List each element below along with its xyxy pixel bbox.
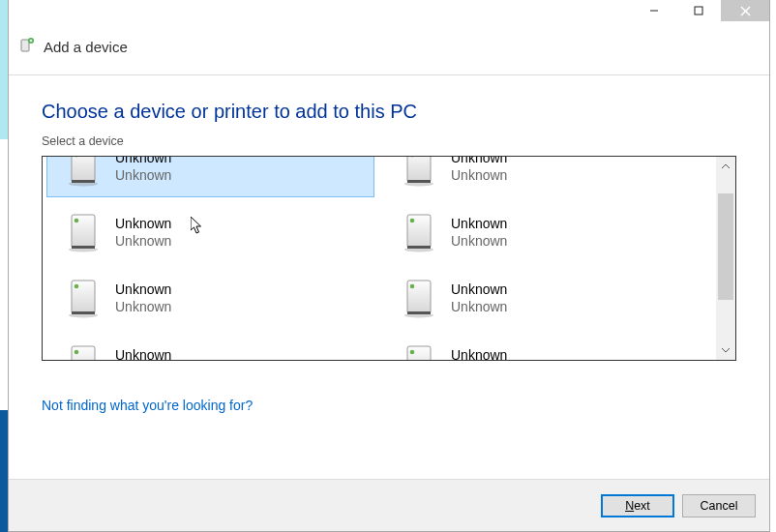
titlebar xyxy=(9,0,769,29)
page-heading: Choose a device or printer to add to thi… xyxy=(42,101,736,123)
close-button[interactable] xyxy=(721,0,769,21)
svg-rect-1 xyxy=(695,7,702,15)
device-type: Unknown xyxy=(451,298,507,315)
device-type: Unknown xyxy=(451,232,507,250)
device-item[interactable]: Unknown Unknown xyxy=(382,267,710,329)
cancel-button[interactable]: Cancel xyxy=(682,494,756,517)
footer: Next Cancel xyxy=(9,479,769,531)
window-title: Add a device xyxy=(44,39,128,55)
device-icon xyxy=(63,277,105,319)
device-icon xyxy=(399,156,441,188)
svg-point-29 xyxy=(410,284,415,289)
device-item[interactable]: Unknown Unknown xyxy=(46,333,374,361)
device-icon xyxy=(63,342,105,361)
device-text: Unknown Unknown xyxy=(115,281,171,315)
svg-point-25 xyxy=(75,284,79,289)
svg-point-21 xyxy=(410,219,415,223)
scroll-thumb[interactable] xyxy=(718,193,733,300)
device-text: Unknown Unknown xyxy=(451,281,507,315)
device-text: Unknown Unknown xyxy=(451,156,507,184)
minimize-button[interactable] xyxy=(632,0,676,21)
device-name: Unknown xyxy=(115,215,171,232)
device-name: Unknown xyxy=(451,215,507,232)
content-area: Choose a device or printer to add to thi… xyxy=(9,75,769,413)
svg-rect-19 xyxy=(72,246,95,249)
device-type: Unknown xyxy=(115,298,171,315)
window-header: Add a device xyxy=(9,29,769,75)
svg-point-33 xyxy=(75,350,79,355)
device-item[interactable]: Unknown Unknown xyxy=(46,267,374,329)
page-subheading: Select a device xyxy=(42,134,736,148)
maximize-button[interactable] xyxy=(676,0,721,21)
device-name: Unknown xyxy=(451,346,507,361)
device-name: Unknown xyxy=(451,156,507,166)
scroll-up-arrow[interactable] xyxy=(716,157,735,176)
device-icon xyxy=(399,342,441,361)
device-name: Unknown xyxy=(115,346,171,361)
svg-rect-31 xyxy=(407,311,431,314)
device-text: Unknown Unknown xyxy=(115,346,171,361)
next-button[interactable]: Next xyxy=(601,494,674,517)
device-item[interactable]: Unknown Unknown xyxy=(46,156,374,197)
help-link[interactable]: Not finding what you're looking for? xyxy=(42,398,736,413)
svg-rect-23 xyxy=(407,246,431,249)
add-device-window: Add a device Choose a device or printer … xyxy=(8,0,770,532)
next-button-label: Next xyxy=(625,499,650,513)
device-text: Unknown Unknown xyxy=(115,215,171,250)
device-list: Unknown Unknown Unknown Unknown Unknown … xyxy=(42,156,736,361)
svg-point-37 xyxy=(410,350,415,355)
svg-rect-11 xyxy=(72,180,95,183)
device-text: Unknown Unknown xyxy=(451,215,507,250)
scrollbar[interactable] xyxy=(716,157,735,360)
svg-rect-12 xyxy=(407,156,431,182)
device-name: Unknown xyxy=(115,156,171,166)
device-item[interactable]: Unknown Unknown xyxy=(46,201,374,263)
device-type: Unknown xyxy=(451,166,507,184)
scroll-track[interactable] xyxy=(716,176,735,340)
device-item[interactable]: Unknown Unknown xyxy=(382,201,710,263)
device-icon xyxy=(63,211,105,253)
device-icon xyxy=(63,156,105,188)
svg-rect-4 xyxy=(21,40,29,51)
svg-point-17 xyxy=(75,219,79,223)
desktop-bg-strip xyxy=(0,0,8,139)
svg-rect-15 xyxy=(407,180,431,183)
device-item[interactable]: Unknown Unknown xyxy=(382,333,710,361)
scroll-down-arrow[interactable] xyxy=(716,340,735,360)
device-type: Unknown xyxy=(115,232,171,250)
device-wizard-icon xyxy=(18,37,36,57)
device-item[interactable]: Unknown Unknown xyxy=(382,156,710,197)
device-text: Unknown Unknown xyxy=(115,156,171,184)
svg-rect-8 xyxy=(72,156,95,182)
cancel-button-label: Cancel xyxy=(701,499,738,513)
device-icon xyxy=(399,277,441,319)
device-icon xyxy=(399,211,441,253)
device-text: Unknown Unknown xyxy=(451,346,507,361)
svg-rect-27 xyxy=(72,311,95,314)
device-name: Unknown xyxy=(451,281,507,298)
device-name: Unknown xyxy=(115,281,171,298)
device-type: Unknown xyxy=(115,166,171,184)
